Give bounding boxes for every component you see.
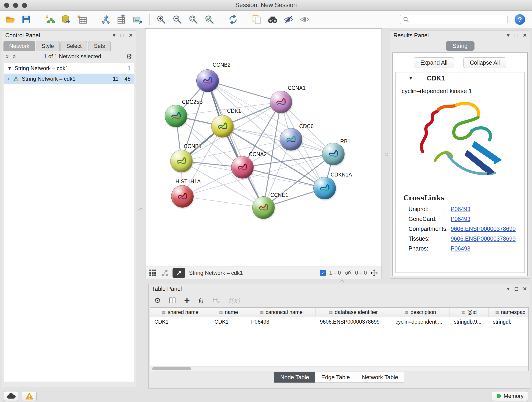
import-network-file-button[interactable] <box>43 13 57 26</box>
cloud-button[interactable] <box>4 391 18 401</box>
selected-checkbox[interactable]: ✓ <box>320 270 326 276</box>
panel-menu-icon[interactable]: ▾ <box>113 32 115 38</box>
float-panel-icon[interactable]: □ <box>515 286 518 292</box>
network-node-CDC25B[interactable] <box>165 105 187 127</box>
edge-HIST1H1A-CCNE1[interactable] <box>182 196 264 208</box>
column-header-namespac[interactable]: ▦namespac <box>489 307 529 317</box>
section-collapse-icon[interactable]: ▼ <box>409 76 413 81</box>
table-cell[interactable]: 9606.ENSP00000378699 <box>316 317 391 326</box>
minimize-window-button[interactable] <box>13 3 18 8</box>
table-cell[interactable]: CDK1 <box>210 317 247 326</box>
import-table-button[interactable] <box>75 13 89 26</box>
network-node-HIST1H1A[interactable] <box>171 185 194 208</box>
export-table-button[interactable] <box>115 13 128 26</box>
zoom-fit-button[interactable] <box>187 13 200 26</box>
tab-edge-table[interactable]: Edge Table <box>315 372 356 383</box>
tab-sets[interactable]: Sets <box>88 41 111 51</box>
column-header-description[interactable]: ▦description <box>391 307 450 317</box>
crosslink-link[interactable]: P06493 <box>451 245 470 252</box>
close-panel-icon[interactable]: × <box>523 32 527 38</box>
tab-network-table[interactable]: Network Table <box>356 372 404 383</box>
add-column-icon[interactable]: + <box>184 295 190 306</box>
memory-button[interactable]: Memory <box>492 391 528 401</box>
tab-network[interactable]: Network <box>3 41 35 51</box>
show-all-button[interactable] <box>298 13 311 26</box>
network-row[interactable]: ● String Network – cdk1 11 48 <box>4 74 134 84</box>
splitter-handle[interactable] <box>385 153 388 156</box>
pan-move-icon[interactable] <box>370 269 378 277</box>
birds-eye-view-icon[interactable] <box>149 269 157 277</box>
open-in-browser-button[interactable]: ↗ <box>172 268 185 278</box>
network-node-CCNA1[interactable] <box>270 91 292 113</box>
network-node-CCNA2[interactable] <box>231 156 254 179</box>
hide-selected-button[interactable] <box>282 13 295 26</box>
close-panel-icon[interactable]: × <box>523 286 527 292</box>
import-network-database-button[interactable] <box>59 13 73 26</box>
delete-column-icon[interactable] <box>197 297 205 304</box>
close-panel-icon[interactable]: × <box>129 32 133 38</box>
table-horizontal-scrollbar[interactable] <box>150 366 528 371</box>
zoom-selected-button[interactable] <box>203 13 216 26</box>
column-header-name[interactable]: ▦name <box>210 307 247 317</box>
zoom-window-button[interactable] <box>22 3 27 8</box>
network-node-CDC6[interactable] <box>280 128 302 151</box>
expand-all-button[interactable]: Expand All <box>414 57 454 68</box>
tab-node-table[interactable]: Node Table <box>274 372 315 383</box>
network-canvas[interactable]: CCNB2CCNA1CDC25BCDK1CDC6RB1CCNB1CCNA2CDK… <box>145 28 382 267</box>
crosslink-link[interactable]: 9606.ENSP00000378699 <box>451 225 516 232</box>
table-cell[interactable]: CDK1 <box>150 317 210 326</box>
column-header--id[interactable]: ▦@id <box>450 307 489 317</box>
table-row[interactable]: CDK1CDK1P064939606.ENSP00000378699cyclin… <box>150 317 528 326</box>
tab-style[interactable]: Style <box>36 41 60 51</box>
panel-menu-icon[interactable]: ▾ <box>507 286 510 292</box>
crosslink-link[interactable]: P06493 <box>451 206 470 212</box>
panel-menu-icon[interactable]: ▾ <box>507 32 510 38</box>
protein-section-header[interactable]: ▼ CDK1 <box>396 72 525 84</box>
edge-CCNB2-CCNE1[interactable] <box>208 81 264 208</box>
toolbar-search[interactable] <box>400 15 508 24</box>
table-cell[interactable]: stringdb <box>489 317 529 326</box>
zoom-in-button[interactable] <box>155 13 168 26</box>
column-header-database-identifier[interactable]: ▦database identifier <box>316 307 391 317</box>
tab-select[interactable]: Select <box>60 41 87 51</box>
table-settings-gear-icon[interactable]: ⚙ <box>154 296 161 305</box>
network-node-CDK1[interactable] <box>211 115 234 138</box>
crosslink-link[interactable]: P06493 <box>451 216 470 222</box>
column-header-shared-name[interactable]: ▦shared name <box>150 307 210 317</box>
table-cell[interactable]: stringdb:9... <box>450 317 489 326</box>
close-window-button[interactable] <box>4 3 9 8</box>
save-session-button[interactable] <box>20 13 33 26</box>
splitter-handle[interactable] <box>341 280 344 283</box>
collapse-all-icon[interactable]: » <box>4 55 11 58</box>
float-panel-icon[interactable]: □ <box>120 32 124 38</box>
open-session-button[interactable] <box>4 13 17 26</box>
zoom-out-button[interactable] <box>171 13 184 26</box>
network-node-CCNB2[interactable] <box>196 70 219 92</box>
network-glyph-icon[interactable] <box>161 269 169 277</box>
search-input[interactable] <box>411 16 505 23</box>
export-network-button[interactable] <box>99 13 112 26</box>
network-collection-row[interactable]: ▼ String Network – cdk1 1 <box>4 63 134 74</box>
network-node-CCNE1[interactable] <box>252 196 275 219</box>
expand-all-icon[interactable]: » <box>10 55 17 58</box>
splitter-handle[interactable] <box>139 208 143 211</box>
tree-expand-icon[interactable]: ▼ <box>7 66 12 71</box>
crosslink-link[interactable]: 9606.ENSP00000378699 <box>451 235 516 242</box>
float-panel-icon[interactable]: □ <box>515 32 518 38</box>
table-cell[interactable]: cyclin–dependent ... <box>391 317 450 326</box>
network-node-RB1[interactable] <box>322 143 345 165</box>
tab-string[interactable]: String <box>446 41 474 51</box>
help-button[interactable]: ? <box>515 14 525 25</box>
duplicate-network-button[interactable] <box>250 13 263 26</box>
apply-layout-button[interactable] <box>226 13 240 26</box>
show-columns-icon[interactable] <box>169 297 177 304</box>
collapse-all-button[interactable]: Collapse All <box>463 57 507 68</box>
network-options-gear-icon[interactable]: ⚙ <box>126 52 132 61</box>
warnings-button[interactable] <box>22 391 37 401</box>
network-node-CDKN1A[interactable] <box>313 177 336 199</box>
scrollbar-thumb[interactable] <box>152 367 191 370</box>
first-neighbors-button[interactable] <box>266 13 279 26</box>
table-cell[interactable]: P06493 <box>247 317 316 326</box>
export-image-button[interactable] <box>131 13 144 26</box>
network-node-CCNB1[interactable] <box>170 150 193 172</box>
